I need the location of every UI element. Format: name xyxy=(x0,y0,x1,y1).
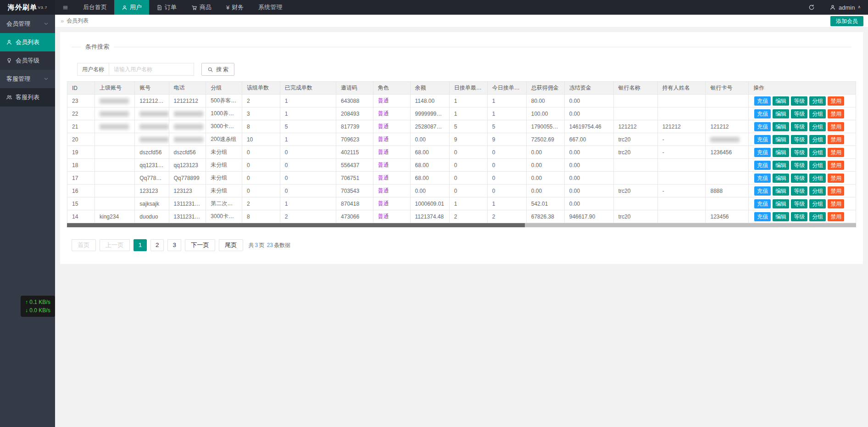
role-badge[interactable]: 普通 xyxy=(378,110,389,117)
group-button[interactable]: 分组 xyxy=(809,135,826,144)
nav-users[interactable]: 用户 xyxy=(114,0,149,15)
role-badge[interactable]: 普通 xyxy=(378,213,389,219)
cell-frozen-funds: 946617.90 xyxy=(564,210,613,223)
recharge-button[interactable]: 充值 xyxy=(754,109,771,118)
group-button[interactable]: 分组 xyxy=(809,148,826,157)
role-badge[interactable]: 普通 xyxy=(378,97,389,104)
account-menu[interactable]: admin ∧ xyxy=(822,0,868,15)
group-button[interactable]: 分组 xyxy=(809,109,826,118)
recharge-button[interactable]: 充值 xyxy=(754,186,771,196)
role-badge[interactable]: 普通 xyxy=(378,149,389,155)
edit-button[interactable]: 编辑 xyxy=(773,161,789,170)
level-button[interactable]: 等级 xyxy=(791,174,807,183)
edit-button[interactable]: 编辑 xyxy=(773,174,789,183)
username-input[interactable] xyxy=(109,63,194,76)
cell-completed-orders: 1 xyxy=(280,197,336,210)
role-badge[interactable]: 普通 xyxy=(378,174,389,181)
pagination-first-button[interactable]: 首页 xyxy=(72,239,96,251)
role-badge[interactable]: 普通 xyxy=(378,187,389,194)
group-button[interactable]: 分组 xyxy=(809,212,826,221)
edit-button[interactable]: 编辑 xyxy=(773,186,789,196)
recharge-button[interactable]: 充值 xyxy=(754,212,771,221)
level-button[interactable]: 等级 xyxy=(791,161,807,170)
pagination-page-1[interactable]: 1 xyxy=(134,239,147,251)
edit-button[interactable]: 编辑 xyxy=(773,212,789,221)
role-badge[interactable]: 普通 xyxy=(378,162,389,168)
pagination-last-button[interactable]: 尾页 xyxy=(219,239,243,251)
sidebar-group-service-management[interactable]: 客服管理 xyxy=(0,70,55,88)
nav-label: 财务 xyxy=(232,3,244,11)
nav-dashboard[interactable]: 后台首页 xyxy=(76,0,114,15)
level-button[interactable]: 等级 xyxy=(791,199,807,208)
sidebar-item-member-level[interactable]: 会员等级 xyxy=(0,51,55,70)
refresh-button[interactable] xyxy=(801,0,822,15)
cell-phone: qq123123 xyxy=(169,159,206,172)
recharge-button[interactable]: 充值 xyxy=(754,96,771,106)
cell-balance: 68.00 xyxy=(410,146,449,159)
pagination-page-2[interactable]: 2 xyxy=(150,239,164,251)
level-button[interactable]: 等级 xyxy=(791,122,807,131)
pagination-page-3[interactable]: 3 xyxy=(167,239,181,251)
level-button[interactable]: 等级 xyxy=(791,186,807,196)
group-button[interactable]: 分组 xyxy=(809,122,826,131)
pagination-next-button[interactable]: 下一页 xyxy=(185,239,215,251)
edit-button[interactable]: 编辑 xyxy=(773,148,789,157)
cell-holder-name: 121212 xyxy=(657,120,706,133)
cell-bank-card: 123456 xyxy=(706,210,749,223)
refresh-icon xyxy=(808,4,815,11)
edit-button[interactable]: 编辑 xyxy=(773,96,789,106)
disable-button[interactable]: 禁用 xyxy=(828,161,844,170)
horizontal-scrollbar[interactable] xyxy=(67,223,856,227)
cell-total-commission: 542.01 xyxy=(526,197,564,210)
group-button[interactable]: 分组 xyxy=(809,161,826,170)
role-badge[interactable]: 普通 xyxy=(378,136,389,142)
disable-button[interactable]: 禁用 xyxy=(828,186,844,196)
level-button[interactable]: 等级 xyxy=(791,148,807,157)
group-button[interactable]: 分组 xyxy=(809,199,826,208)
sidebar-item-service-list[interactable]: 客服列表 xyxy=(0,88,55,107)
level-button[interactable]: 等级 xyxy=(791,109,807,118)
cell-bank-card: 1236456 xyxy=(706,146,749,159)
sidebar-item-member-list[interactable]: 会员列表 xyxy=(0,33,55,51)
cell-role: 普通 xyxy=(373,172,410,185)
group-button[interactable]: 分组 xyxy=(809,186,826,196)
recharge-button[interactable]: 充值 xyxy=(754,122,771,131)
disable-button[interactable]: 禁用 xyxy=(828,96,844,106)
group-button[interactable]: 分组 xyxy=(809,174,826,183)
edit-button[interactable]: 编辑 xyxy=(773,135,789,144)
edit-button[interactable]: 编辑 xyxy=(773,199,789,208)
cell-role: 普通 xyxy=(373,197,410,210)
disable-button[interactable]: 禁用 xyxy=(828,174,844,183)
search-button[interactable]: 搜 索 xyxy=(201,63,234,76)
nav-products[interactable]: 商品 xyxy=(184,0,219,15)
group-button[interactable]: 分组 xyxy=(809,96,826,106)
disable-button[interactable]: 禁用 xyxy=(828,199,844,208)
recharge-button[interactable]: 充值 xyxy=(754,174,771,183)
pagination-prev-button[interactable]: 上一页 xyxy=(100,239,130,251)
edit-button[interactable]: 编辑 xyxy=(773,122,789,131)
nav-orders[interactable]: 订单 xyxy=(149,0,184,15)
edit-button[interactable]: 编辑 xyxy=(773,109,789,118)
redacted-blur xyxy=(139,111,169,117)
nav-system[interactable]: 系统管理 xyxy=(251,0,289,15)
role-badge[interactable]: 普通 xyxy=(378,200,389,207)
hamburger-menu[interactable] xyxy=(55,0,76,15)
disable-button[interactable]: 禁用 xyxy=(828,135,844,144)
level-button[interactable]: 等级 xyxy=(791,212,807,221)
nav-finance[interactable]: ¥ 财务 xyxy=(219,0,251,15)
disable-button[interactable]: 禁用 xyxy=(828,212,844,221)
recharge-button[interactable]: 充值 xyxy=(754,135,771,144)
recharge-button[interactable]: 充值 xyxy=(754,148,771,157)
recharge-button[interactable]: 充值 xyxy=(754,161,771,170)
disable-button[interactable]: 禁用 xyxy=(828,122,844,131)
disable-button[interactable]: 禁用 xyxy=(828,148,844,157)
sidebar-group-member-management[interactable]: 会员管理 xyxy=(0,15,55,33)
level-button[interactable]: 等级 xyxy=(791,96,807,106)
recharge-button[interactable]: 充值 xyxy=(754,199,771,208)
level-button[interactable]: 等级 xyxy=(791,135,807,144)
cell-group-orders: 2 xyxy=(242,95,280,107)
add-member-button[interactable]: 添加会员 xyxy=(830,16,863,26)
scrollbar-thumb[interactable] xyxy=(67,223,525,227)
role-badge[interactable]: 普通 xyxy=(378,123,389,129)
disable-button[interactable]: 禁用 xyxy=(828,109,844,118)
